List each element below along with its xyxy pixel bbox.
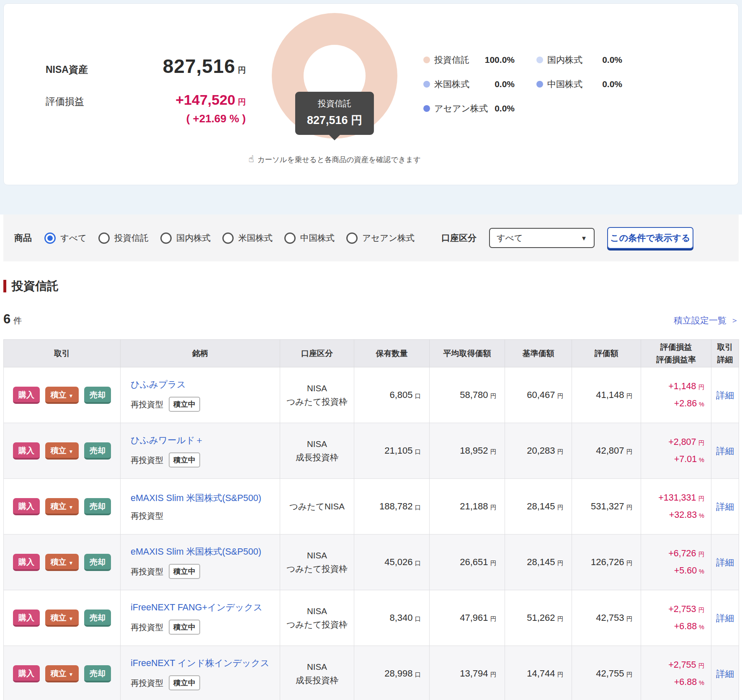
col-detail: 取引 詳細 [711, 340, 739, 367]
table-row: 購入 積立▼ 売却 iFreeNEXT FANG+インデックス 再投資型積立中 … [4, 590, 739, 646]
account-type-cell: NISA成長投資枠 [280, 646, 354, 700]
reinvest-type: 再投資型 [131, 399, 163, 410]
sell-button[interactable]: 売却 [84, 498, 111, 515]
caret-down-icon: ▼ [581, 235, 587, 242]
tsumitate-button[interactable]: 積立▼ [45, 442, 79, 460]
legend-percent: 0.0% [495, 103, 515, 114]
sell-button[interactable]: 売却 [84, 610, 111, 627]
col-pl: 評価損益 評価損益率 [641, 340, 711, 367]
fund-name-link[interactable]: iFreeNEXT FANG+インデックス [131, 602, 263, 612]
apply-filter-button[interactable]: この条件で表示する [607, 227, 693, 249]
sell-button[interactable]: 売却 [84, 554, 111, 571]
holdings-section: 投資信託 6 件 積立設定一覧 ＞ 取引 銘柄 口座区分 保有数量 平均取得価額… [0, 278, 742, 700]
buy-button[interactable]: 購入 [13, 442, 40, 460]
legend-dot [423, 81, 430, 88]
fund-name-link[interactable]: eMAXIS Slim 米国株式(S&P500) [131, 547, 261, 557]
fund-name-link[interactable]: ひふみプラス [131, 380, 186, 390]
table-row: 購入 積立▼ 売却 eMAXIS Slim 米国株式(S&P500) 再投資型 … [4, 479, 739, 535]
detail-link[interactable]: 詳細 [716, 446, 734, 456]
donut-legend: 投資信託 100.0% 国内株式 0.0% 米国株式 0.0% 中国株式 0.0… [423, 54, 622, 114]
caret-down-icon: ▼ [69, 672, 74, 677]
caret-down-icon: ▼ [69, 504, 74, 510]
legend-item-chugoku: 中国株式 0.0% [536, 78, 622, 90]
avg-price-cell: 21,188円 [430, 479, 505, 535]
reinvest-type: 再投資型 [131, 455, 163, 466]
tsumitate-settings-link[interactable]: 積立設定一覧 ＞ [674, 315, 739, 326]
tsumitate-badge: 積立中 [169, 675, 200, 690]
pl-cell: +131,331円 +32.83% [641, 479, 711, 535]
fund-name-link[interactable]: eMAXIS Slim 米国株式(S&P500) [131, 493, 261, 503]
holdings-table: 取引 銘柄 口座区分 保有数量 平均取得価額 基準価額 評価額 評価損益 評価損… [3, 339, 739, 700]
section-title: 投資信託 [3, 278, 739, 294]
account-type-select[interactable]: すべて ▼ [489, 228, 595, 248]
legend-percent: 0.0% [495, 79, 515, 89]
nisa-summary-section: NISA資産 827,516円 評価損益 +147,520円 ( +21.69 … [0, 0, 742, 214]
detail-link[interactable]: 詳細 [716, 390, 734, 400]
value-cell: 126,726円 [572, 535, 641, 590]
buy-button[interactable]: 購入 [13, 665, 40, 682]
avg-price-cell: 26,651円 [430, 535, 505, 590]
filter-bar: 商品 すべて 投資信託 国内株式 米国株式 中国株式 アセアン株式 口座区分 す… [3, 214, 739, 261]
tsumitate-button[interactable]: 積立▼ [45, 610, 79, 627]
radio-beikoku[interactable]: 米国株式 [222, 232, 273, 244]
radio-kokunai[interactable]: 国内株式 [160, 232, 211, 244]
radio-asean[interactable]: アセアン株式 [346, 232, 415, 244]
tsumitate-badge: 積立中 [169, 620, 200, 635]
quantity-cell: 6,805口 [354, 367, 430, 423]
quantity-cell: 21,105口 [354, 423, 430, 479]
table-row: 購入 積立▼ 売却 ひふみプラス 再投資型積立中 NISAつみたて投資枠 6,8… [4, 367, 739, 423]
asset-label: NISA資産 [46, 63, 134, 76]
account-type-cell: NISAつみたて投資枠 [280, 535, 354, 590]
radio-all[interactable]: すべて [44, 232, 87, 244]
tsumitate-button[interactable]: 積立▼ [45, 498, 79, 515]
sell-button[interactable]: 売却 [84, 387, 111, 404]
fund-name-link[interactable]: iFreeNEXT インド株インデックス [131, 658, 269, 668]
pl-cell: +2,807円 +7.01% [641, 423, 711, 479]
caret-down-icon: ▼ [69, 616, 74, 622]
col-nav: 基準価額 [505, 340, 572, 367]
table-row: 購入 積立▼ 売却 ひふみワールド＋ 再投資型積立中 NISA成長投資枠 21,… [4, 423, 739, 479]
tsumitate-badge: 積立中 [169, 452, 200, 468]
pl-cell: +1,148円 +2.86% [641, 367, 711, 423]
detail-link[interactable]: 詳細 [716, 669, 734, 679]
account-type-cell: NISA成長投資枠 [280, 423, 354, 479]
radio-icon [98, 232, 110, 244]
legend-item-asean: アセアン株式 0.0% [423, 103, 515, 114]
detail-link[interactable]: 詳細 [716, 613, 734, 623]
product-filter-label: 商品 [14, 232, 32, 244]
col-fund: 銘柄 [121, 340, 280, 367]
nav-cell: 28,145円 [505, 535, 572, 590]
buy-button[interactable]: 購入 [13, 554, 40, 571]
legend-percent: 0.0% [602, 55, 622, 65]
pointer-hand-icon: ☝ [248, 154, 254, 164]
nav-cell: 14,744円 [505, 646, 572, 700]
sell-button[interactable]: 売却 [84, 665, 111, 682]
pl-label: 評価損益 [46, 95, 134, 108]
select-value: すべて [497, 232, 523, 244]
pl-cell: +2,755円 +6.88% [641, 646, 711, 700]
legend-item-beikoku: 米国株式 0.0% [423, 78, 515, 90]
tsumitate-button[interactable]: 積立▼ [45, 554, 79, 571]
buy-button[interactable]: 購入 [13, 610, 40, 627]
radio-chugoku[interactable]: 中国株式 [284, 232, 335, 244]
buy-button[interactable]: 購入 [13, 498, 40, 515]
count-row: 6 件 積立設定一覧 ＞ [3, 312, 739, 327]
caret-down-icon: ▼ [69, 560, 74, 566]
tsumitate-button[interactable]: 積立▼ [45, 387, 79, 404]
buy-button[interactable]: 購入 [13, 387, 40, 404]
donut-tooltip: 投資信託 827,516 円 [295, 92, 374, 135]
section-title-text: 投資信託 [12, 278, 59, 294]
sell-button[interactable]: 売却 [84, 442, 111, 460]
tsumitate-button[interactable]: 積立▼ [45, 665, 79, 682]
radio-toushin[interactable]: 投資信託 [98, 232, 149, 244]
legend-label: アセアン株式 [434, 103, 488, 114]
quantity-cell: 8,340口 [354, 590, 430, 646]
detail-link[interactable]: 詳細 [716, 502, 734, 512]
account-type-cell: つみたてNISA [280, 479, 354, 535]
nav-cell: 60,467円 [505, 367, 572, 423]
fund-name-link[interactable]: ひふみワールド＋ [131, 435, 204, 445]
col-quantity: 保有数量 [354, 340, 430, 367]
detail-link[interactable]: 詳細 [716, 558, 734, 568]
nisa-summary-card: NISA資産 827,516円 評価損益 +147,520円 ( +21.69 … [3, 3, 739, 185]
legend-percent: 100.0% [485, 55, 515, 65]
